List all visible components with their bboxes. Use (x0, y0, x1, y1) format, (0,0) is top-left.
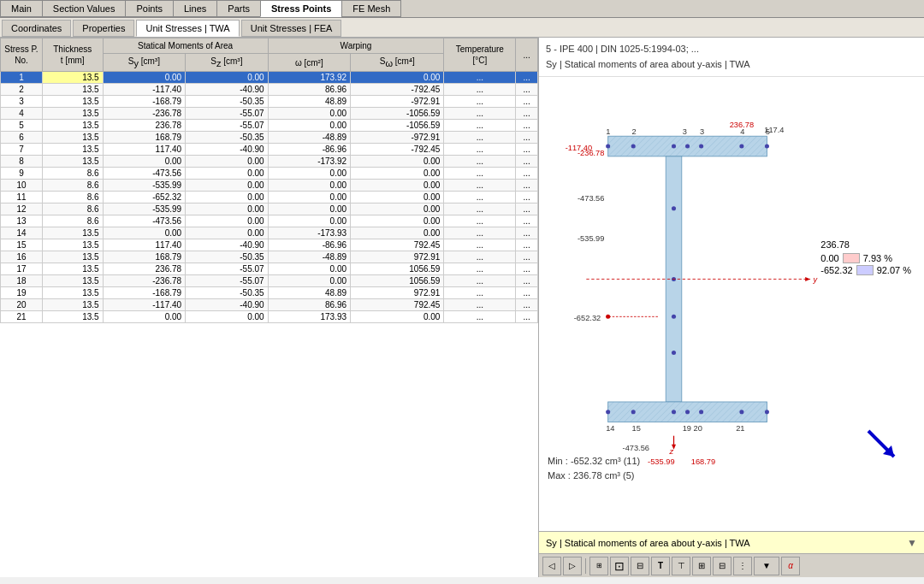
table-cell: 236.78 (103, 120, 185, 132)
toolbar-btn-more1[interactable]: ⋮ (733, 557, 752, 575)
table-cell: -117.40 (103, 84, 185, 96)
table-cell: 972.91 (351, 287, 444, 299)
svg-text:-535.99: -535.99 (578, 234, 604, 243)
subtab-coordinates[interactable]: Coordinates (2, 20, 71, 37)
table-row[interactable]: 128.6-535.990.000.000.00...... (1, 204, 538, 215)
table-row[interactable]: 113.50.000.00173.920.00...... (1, 72, 538, 84)
tab-main[interactable]: Main (0, 0, 42, 17)
table-cell: -473.56 (103, 215, 185, 227)
table-cell: ... (444, 204, 516, 215)
table-cell: ... (516, 275, 538, 287)
toolbar-btn-results[interactable]: ⊟ (713, 557, 732, 575)
table-cell: -40.90 (186, 144, 268, 156)
toolbar-btn-t[interactable]: T (651, 557, 670, 575)
table-cell: 0.00 (351, 204, 444, 215)
table-row[interactable]: 1813.5-236.78-55.070.001056.59...... (1, 275, 538, 287)
toolbar-btn-1[interactable]: ◁ (542, 557, 561, 575)
table-cell: ... (444, 215, 516, 227)
table-row[interactable]: 138.6-473.560.000.000.00...... (1, 215, 538, 227)
table-cell: -792.45 (351, 144, 444, 156)
table-cell: 0.00 (268, 120, 350, 132)
col-header-stat-moments: Statical Moments of Area (103, 38, 268, 54)
table-row[interactable]: 118.6-652.320.000.000.00...... (1, 192, 538, 204)
legend-pct1: 7.93 % (863, 253, 892, 263)
table-cell: 0.00 (186, 204, 268, 215)
tab-points[interactable]: Points (125, 0, 173, 17)
col-header-more: ... (516, 38, 538, 72)
table-cell: -55.07 (186, 108, 268, 120)
table-row[interactable]: 413.5-236.78-55.070.00-1056.59...... (1, 108, 538, 120)
table-row[interactable]: 1913.5-168.79-50.3548.89972.91...... (1, 287, 538, 299)
table-row[interactable]: 713.5117.40-40.90-86.96-792.45...... (1, 144, 538, 156)
table-cell: 117.40 (103, 239, 185, 251)
table-cell: -972.91 (351, 132, 444, 144)
table-cell: ... (516, 108, 538, 120)
subtab-properties[interactable]: Properties (73, 20, 134, 37)
table-row[interactable]: 513.5236.78-55.070.00-1056.59...... (1, 120, 538, 132)
table-cell: 8.6 (42, 180, 103, 192)
table-cell: ... (444, 156, 516, 168)
toolbar-btn-t2[interactable]: ⊤ (672, 557, 690, 575)
legend-val1: 236.78 (820, 239, 850, 250)
toolbar-zoom-in[interactable]: ⊡ (610, 557, 629, 575)
dropdown-arrow-icon[interactable]: ▼ (907, 537, 917, 549)
min-info: Min : -652.32 cm³ (11) (548, 454, 640, 469)
table-row[interactable]: 213.5-117.40-40.9086.96-792.45...... (1, 84, 538, 96)
table-cell: 13.5 (42, 287, 103, 299)
table-cell: ... (516, 156, 538, 168)
table-container[interactable]: Stress P.No. Thicknesst [mm] Statical Mo… (0, 38, 538, 577)
svg-point-18 (631, 410, 636, 414)
svg-text:y: y (812, 275, 818, 284)
table-row[interactable]: 1513.5117.40-40.90-86.96792.45...... (1, 239, 538, 251)
table-row[interactable]: 2113.50.000.00173.930.00...... (1, 311, 538, 323)
tab-lines[interactable]: Lines (173, 0, 216, 17)
table-cell: 0.00 (268, 263, 350, 275)
bottom-status-bar: Sy | Statical moments of area about y-ax… (539, 531, 924, 553)
table-cell: 13 (1, 215, 43, 227)
table-row[interactable]: 2013.5-117.40-40.9086.96792.45...... (1, 299, 538, 311)
table-cell: 0.00 (268, 168, 350, 180)
table-cell: -48.89 (268, 251, 350, 263)
table-cell: -168.79 (103, 96, 185, 108)
toolbar-btn-2[interactable]: ▷ (563, 557, 582, 575)
col-header-sz: Sz [cm³] (186, 54, 268, 72)
table-cell: 6 (1, 132, 43, 144)
table-row[interactable]: 1413.50.000.00-173.930.00...... (1, 227, 538, 239)
table-cell: -168.79 (103, 287, 185, 299)
tab-stress-points[interactable]: Stress Points (260, 0, 341, 17)
table-row[interactable]: 613.5168.79-50.35-48.89-972.91...... (1, 132, 538, 144)
table-row[interactable]: 1613.5168.79-50.35-48.89972.91...... (1, 251, 538, 263)
table-cell: 1056.59 (351, 263, 444, 275)
table-cell: 168.79 (103, 132, 185, 144)
table-cell: 0.00 (103, 227, 185, 239)
tab-fe-mesh[interactable]: FE Mesh (341, 0, 401, 17)
diagram-header: 5 - IPE 400 | DIN 1025-5:1994-03; ... Sy… (539, 38, 924, 77)
table-cell: 173.92 (268, 72, 350, 84)
table-cell: 5 (1, 120, 43, 132)
svg-point-10 (699, 145, 703, 149)
tab-section-values[interactable]: Section Values (42, 0, 126, 17)
table-cell: 0.00 (351, 180, 444, 192)
svg-text:19 20: 19 20 (683, 424, 702, 433)
toolbar-btn-more2[interactable]: ▼ (754, 557, 779, 575)
toolbar-btn-alpha[interactable]: α (781, 557, 800, 575)
table-cell: 117.40 (103, 144, 185, 156)
table-row[interactable]: 98.6-473.560.000.000.00...... (1, 168, 538, 180)
toolbar-btn-grid[interactable]: ⊞ (692, 557, 711, 575)
table-cell: 7 (1, 144, 43, 156)
table-cell: 1056.59 (351, 275, 444, 287)
subtab-unit-stresses-fea[interactable]: Unit Stresses | FEA (241, 20, 342, 37)
tab-parts[interactable]: Parts (216, 0, 260, 17)
col-header-omega: ω [cm²] (268, 54, 350, 72)
toolbar-zoom-out[interactable]: ⊟ (631, 557, 649, 575)
table-row[interactable]: 813.50.000.00-173.920.00...... (1, 156, 538, 168)
table-cell: 12 (1, 204, 43, 215)
toolbar-zoom-extent[interactable]: ⊞ (589, 557, 608, 575)
table-row[interactable]: 1713.5236.78-55.070.001056.59...... (1, 263, 538, 275)
table-cell: -173.93 (268, 227, 350, 239)
table-cell: ... (444, 84, 516, 96)
subtab-unit-stresses-twa[interactable]: Unit Stresses | TWA (136, 20, 239, 37)
table-row[interactable]: 313.5-168.79-50.3548.89-972.91...... (1, 96, 538, 108)
table-cell: 3 (1, 96, 43, 108)
table-row[interactable]: 108.6-535.990.000.000.00...... (1, 180, 538, 192)
